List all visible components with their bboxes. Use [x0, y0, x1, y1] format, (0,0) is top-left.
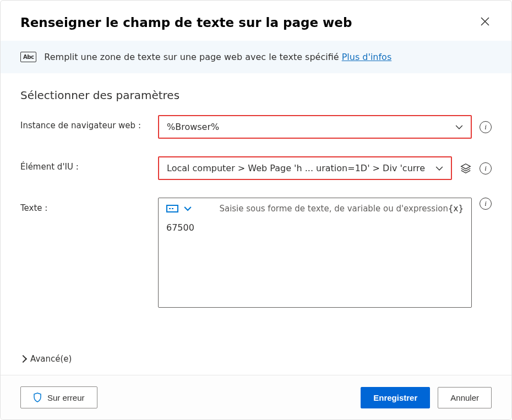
advanced-expander[interactable]: Avancé(e)	[1, 350, 511, 375]
advanced-label: Avancé(e)	[30, 354, 72, 364]
dropdown-ui-element-value: Local computer > Web Page 'h ... uration…	[167, 163, 425, 173]
chevron-down-icon[interactable]	[184, 205, 192, 212]
close-icon	[481, 17, 489, 26]
chevron-right-icon	[19, 355, 27, 363]
on-error-label: Sur erreur	[47, 393, 85, 402]
dropdown-browser-instance[interactable]: %Browser%	[158, 115, 472, 139]
on-error-button[interactable]: Sur erreur	[20, 386, 97, 408]
banner-text: Remplit une zone de texte sur une page w…	[44, 52, 391, 62]
abc-icon: Abc	[20, 52, 36, 62]
cancel-button[interactable]: Annuler	[438, 387, 492, 408]
chevron-down-icon	[435, 165, 443, 172]
banner-description: Remplit une zone de texte sur une page w…	[44, 52, 339, 62]
label-browser-instance: Instance de navigateur web :	[20, 115, 147, 130]
close-button[interactable]	[478, 14, 492, 31]
dialog-title: Renseigner le champ de texte sur la page…	[20, 15, 352, 30]
label-ui-element: Élément d'IU :	[20, 156, 147, 172]
dialog-footer: Sur erreur Enregistrer Annuler	[1, 375, 511, 419]
section-title: Sélectionner des paramètres	[1, 84, 511, 115]
row-text: Texte : Saisie sous forme de texte, de v…	[20, 198, 492, 308]
info-icon-browser[interactable]: i	[480, 121, 492, 133]
label-text: Texte :	[20, 198, 147, 213]
description-banner: Abc Remplit une zone de texte sur une pa…	[1, 41, 511, 73]
save-button[interactable]: Enregistrer	[361, 387, 430, 408]
row-browser-instance: Instance de navigateur web : %Browser% i	[20, 115, 492, 139]
dialog-header: Renseigner le champ de texte sur la page…	[1, 1, 511, 41]
chevron-down-icon	[455, 123, 463, 131]
layers-icon[interactable]	[460, 162, 472, 174]
info-icon-element[interactable]: i	[480, 162, 492, 174]
row-ui-element: Élément d'IU : Local computer > Web Page…	[20, 156, 492, 180]
form-area: Instance de navigateur web : %Browser% i…	[1, 115, 511, 350]
text-placeholder: Saisie sous forme de texte, de variable …	[192, 204, 448, 214]
more-info-link[interactable]: Plus d'infos	[342, 52, 392, 62]
dropdown-ui-element[interactable]: Local computer > Web Page 'h ... uration…	[158, 156, 452, 180]
text-input-box[interactable]: Saisie sous forme de texte, de variable …	[158, 198, 472, 308]
variable-icon[interactable]: {x}	[448, 204, 464, 214]
info-icon-text[interactable]: i	[480, 198, 492, 210]
dropdown-browser-value: %Browser%	[167, 122, 219, 132]
input-type-icon[interactable]	[166, 205, 178, 212]
text-value[interactable]: 67500	[166, 222, 464, 233]
shield-icon	[33, 392, 42, 402]
